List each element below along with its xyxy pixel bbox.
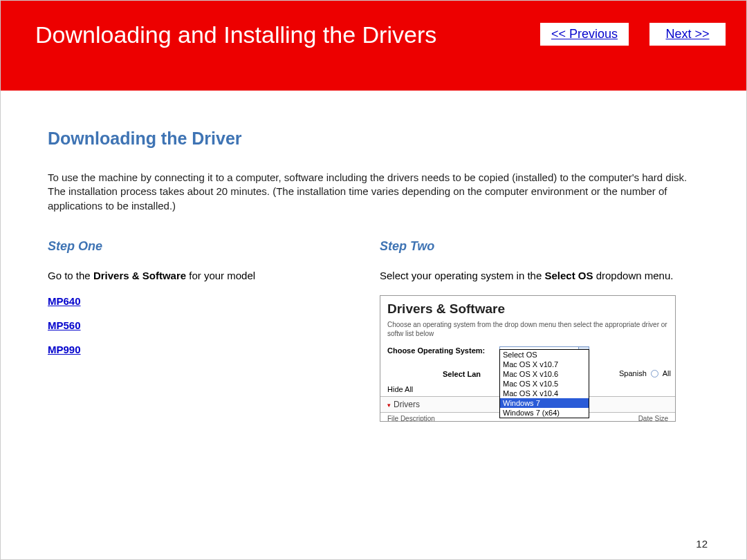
columns: Step One Go to the Drivers & Software fo…: [48, 239, 705, 422]
previous-button[interactable]: << Previous: [540, 23, 629, 46]
screenshot-title: Drivers & Software: [380, 296, 675, 318]
os-dropdown[interactable]: Select OS Mac OS X v10.7 Mac OS X v10.6 …: [499, 349, 589, 418]
select-language-label: Select Lan: [443, 370, 481, 378]
step-one-text-before: Go to the: [48, 270, 93, 281]
page-title: Downloading and Installing the Drivers: [35, 21, 436, 48]
radio-icon[interactable]: [651, 370, 658, 377]
triangle-down-icon: ▾: [387, 402, 391, 409]
model-link-mp640[interactable]: MP640: [48, 295, 338, 307]
step-two-heading: Step Two: [380, 239, 705, 254]
step-two-column: Step Two Select your operating system in…: [380, 239, 705, 422]
nav-buttons: << Previous Next >>: [540, 23, 726, 46]
drivers-section-label: Drivers: [394, 400, 420, 409]
language-options: Spanish All: [619, 369, 671, 377]
foot-left: File Description: [387, 415, 435, 421]
step-one-text-bold: Drivers & Software: [93, 270, 186, 281]
step-one-text: Go to the Drivers & Software for your mo…: [48, 269, 338, 283]
model-links: MP640 MP560 MP990: [48, 295, 338, 355]
step-two-text: Select your operating system in the Sele…: [380, 269, 705, 283]
next-button[interactable]: Next >>: [649, 23, 726, 46]
model-link-mp560[interactable]: MP560: [48, 319, 338, 331]
os-option[interactable]: Select OS: [500, 350, 589, 360]
os-option[interactable]: Mac OS X v10.5: [500, 379, 589, 389]
screenshot-panel: Drivers & Software Choose an operating s…: [380, 295, 676, 422]
choose-os-label: Choose Operating System:: [387, 346, 499, 355]
model-link-mp990[interactable]: MP990: [48, 344, 338, 355]
header-bar: Downloading and Installing the Drivers <…: [1, 1, 746, 91]
step-one-column: Step One Go to the Drivers & Software fo…: [48, 239, 338, 422]
intro-text: To use the machine by connecting it to a…: [48, 171, 705, 213]
lang-all: All: [663, 369, 671, 377]
section-heading: Downloading the Driver: [48, 129, 705, 149]
screenshot-subtitle: Choose an operating system from the drop…: [380, 318, 675, 341]
content-area: Downloading the Driver To use the machin…: [1, 91, 746, 422]
page-number: 12: [696, 538, 708, 550]
step-two-text-before: Select your operating system in the: [380, 270, 544, 281]
os-option[interactable]: Mac OS X v10.6: [500, 369, 589, 379]
os-option[interactable]: Windows 7 (x64): [500, 408, 589, 418]
lang-spanish: Spanish: [619, 369, 647, 377]
foot-right: Date Size: [638, 415, 668, 421]
step-two-text-after: dropdown menu.: [593, 270, 674, 281]
os-option[interactable]: Mac OS X v10.4: [500, 389, 589, 398]
step-one-text-after: for your model: [186, 270, 255, 281]
step-one-heading: Step One: [48, 239, 338, 254]
os-option-selected[interactable]: Windows 7: [500, 398, 589, 408]
os-option[interactable]: Mac OS X v10.7: [500, 360, 589, 369]
step-two-text-bold: Select OS: [544, 270, 593, 281]
